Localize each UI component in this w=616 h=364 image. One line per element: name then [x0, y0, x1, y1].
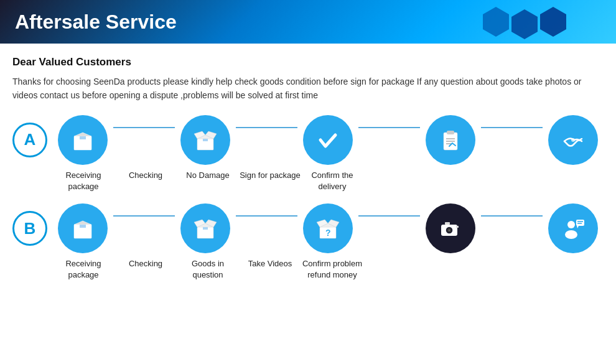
header: Aftersale Service — [0, 0, 616, 44]
svg-point-34 — [565, 230, 577, 239]
svg-point-30 — [448, 230, 450, 231]
icon-box-b — [58, 203, 108, 253]
step-checking-a — [175, 115, 236, 165]
section-label-b: B — [12, 211, 47, 246]
connector-b3 — [358, 215, 419, 217]
page-title: Aftersale Service — [15, 11, 177, 34]
svg-rect-35 — [576, 220, 584, 226]
hex-1 — [483, 7, 509, 37]
svg-rect-16 — [80, 225, 86, 228]
svg-rect-7 — [203, 139, 208, 141]
step-checking-b — [175, 203, 236, 253]
connector-b4 — [481, 215, 542, 217]
step-confirm-delivery — [543, 115, 604, 165]
label-receiving-b: Receiving package — [52, 258, 114, 281]
svg-rect-2 — [80, 136, 86, 139]
label-sign-package: Sign for package — [239, 170, 301, 192]
labels-row-b: Receiving package Checking Goods in ques… — [52, 253, 604, 281]
step-goods-question: ? — [297, 203, 358, 253]
connector-a2 — [236, 127, 297, 128]
labels-row-a: Receiving package Checking No Damage Sig… — [52, 165, 604, 192]
svg-rect-21 — [203, 227, 208, 230]
icon-camera — [426, 203, 475, 253]
connector-a3 — [358, 127, 419, 128]
description-text: Thanks for choosing SeenDa products plea… — [12, 75, 604, 103]
main-content: Dear Valued Customers Thanks for choosin… — [0, 44, 616, 299]
icon-open-box-b — [180, 203, 230, 253]
svg-marker-15 — [74, 221, 91, 225]
flow-steps-b: ? — [52, 203, 604, 281]
svg-marker-1 — [74, 133, 91, 136]
svg-rect-32 — [456, 226, 459, 228]
hex-decoration — [483, 0, 566, 44]
step-confirm-refund — [543, 203, 604, 253]
label-receiving-a: Receiving package — [52, 170, 114, 192]
flow-row-b: B — [12, 203, 604, 281]
label-goods-question: Goods in question — [177, 258, 239, 281]
label-checking-b: Checking — [114, 258, 177, 281]
label-confirm-delivery: Confirm the delivery — [301, 170, 363, 192]
section-label-a: A — [12, 123, 47, 157]
svg-rect-9 — [447, 131, 454, 134]
icon-handshake — [548, 115, 598, 165]
label-confirm-refund: Confirm problem refund money — [301, 258, 363, 281]
icon-checkmark — [303, 115, 353, 165]
label-no-damage: No Damage — [177, 170, 239, 192]
hex-2 — [511, 9, 538, 39]
svg-point-33 — [567, 221, 575, 228]
step-sign-package — [420, 115, 481, 165]
icon-box-a — [58, 115, 108, 165]
dear-title: Dear Valued Customers — [12, 56, 604, 68]
icon-open-box-a — [180, 115, 230, 165]
step-take-videos — [420, 203, 481, 253]
label-take-videos: Take Videos — [239, 258, 301, 281]
connector-b1 — [113, 215, 174, 217]
step-receiving-a — [52, 115, 113, 165]
icon-clipboard — [426, 115, 475, 165]
svg-marker-36 — [577, 226, 579, 228]
step-receiving-b — [52, 203, 113, 253]
svg-text:?: ? — [325, 228, 331, 238]
connector-a4 — [481, 127, 542, 128]
svg-rect-31 — [445, 222, 450, 225]
connector-b2 — [236, 215, 297, 217]
connector-a1 — [113, 127, 174, 128]
icon-agent — [548, 203, 598, 253]
icons-row-b: ? — [52, 203, 604, 253]
icons-row-a — [52, 115, 604, 165]
hex-3 — [540, 7, 566, 37]
step-no-damage — [297, 115, 358, 165]
flow-row-a: A — [12, 115, 604, 192]
icon-question-box: ? — [303, 203, 353, 253]
label-checking-a: Checking — [114, 170, 177, 192]
flow-steps-a: Receiving package Checking No Damage Sig… — [52, 115, 604, 192]
svg-point-13 — [571, 138, 575, 142]
